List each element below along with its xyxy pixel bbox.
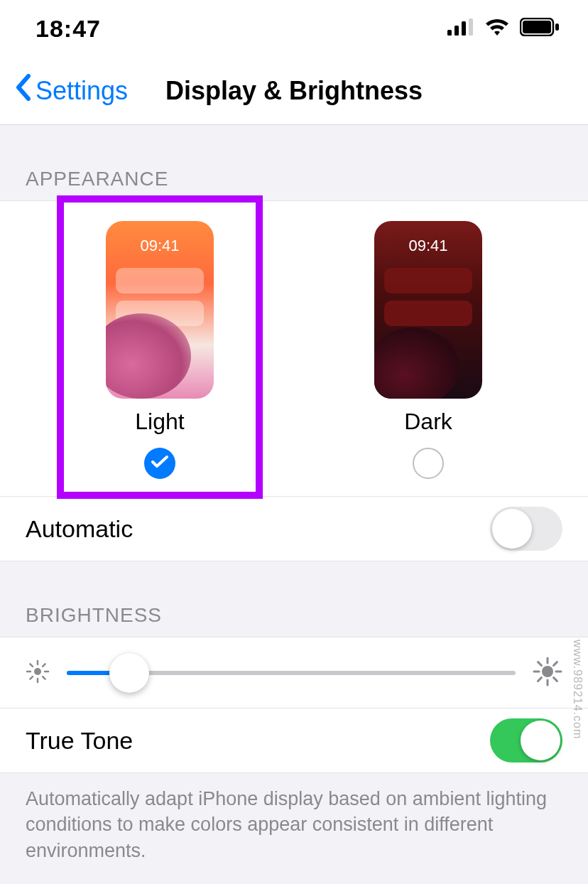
true-tone-footer: Automatically adapt iPhone display based… [0, 773, 588, 863]
status-time: 18:47 [36, 15, 101, 43]
svg-point-16 [542, 666, 553, 677]
chevron-left-icon [14, 74, 31, 107]
cellular-icon [447, 18, 474, 38]
appearance-header: APPEARANCE [0, 125, 588, 200]
true-tone-label: True Tone [26, 727, 133, 755]
appearance-card: 09:41 Light 09:41 Dark Automatic [0, 200, 588, 561]
svg-line-15 [43, 664, 45, 667]
brightness-low-icon [26, 659, 50, 686]
svg-line-14 [30, 677, 33, 679]
svg-line-21 [538, 662, 542, 665]
svg-point-7 [34, 668, 41, 675]
brightness-header: BRIGHTNESS [0, 561, 588, 637]
true-tone-toggle[interactable] [490, 718, 562, 762]
checkmark-icon [151, 455, 169, 472]
svg-rect-5 [523, 21, 551, 33]
dark-radio[interactable] [413, 448, 444, 479]
dark-label: Dark [404, 409, 452, 435]
svg-rect-2 [462, 21, 466, 36]
brightness-slider[interactable] [67, 671, 516, 675]
true-tone-row: True Tone [0, 708, 588, 773]
svg-rect-6 [555, 23, 559, 31]
back-button[interactable]: Settings [0, 74, 128, 107]
back-label: Settings [36, 76, 128, 106]
brightness-row [0, 637, 588, 708]
wifi-icon [484, 18, 510, 39]
automatic-label: Automatic [26, 515, 133, 543]
nav-bar: Settings Display & Brightness [0, 57, 588, 125]
brightness-high-icon [533, 657, 562, 689]
dark-preview: 09:41 [374, 221, 482, 399]
preview-time: 09:41 [374, 237, 482, 255]
appearance-option-dark[interactable]: 09:41 Dark [294, 201, 562, 496]
automatic-toggle[interactable] [490, 507, 562, 551]
svg-line-23 [538, 677, 542, 681]
preview-time: 09:41 [106, 237, 214, 255]
status-bar: 18:47 [0, 0, 588, 57]
svg-line-13 [43, 677, 45, 679]
light-label: Light [135, 409, 184, 435]
automatic-row: Automatic [0, 496, 588, 561]
svg-rect-1 [454, 26, 459, 36]
battery-icon [520, 18, 560, 39]
svg-line-24 [554, 662, 557, 665]
watermark: www.989214.com [571, 640, 584, 739]
svg-line-22 [554, 677, 557, 681]
status-indicators [447, 18, 560, 39]
light-radio[interactable] [144, 448, 175, 479]
svg-rect-0 [447, 30, 452, 36]
light-preview: 09:41 [106, 221, 214, 399]
appearance-option-light[interactable]: 09:41 Light [26, 201, 294, 496]
svg-line-12 [30, 664, 33, 667]
svg-rect-3 [469, 18, 473, 36]
